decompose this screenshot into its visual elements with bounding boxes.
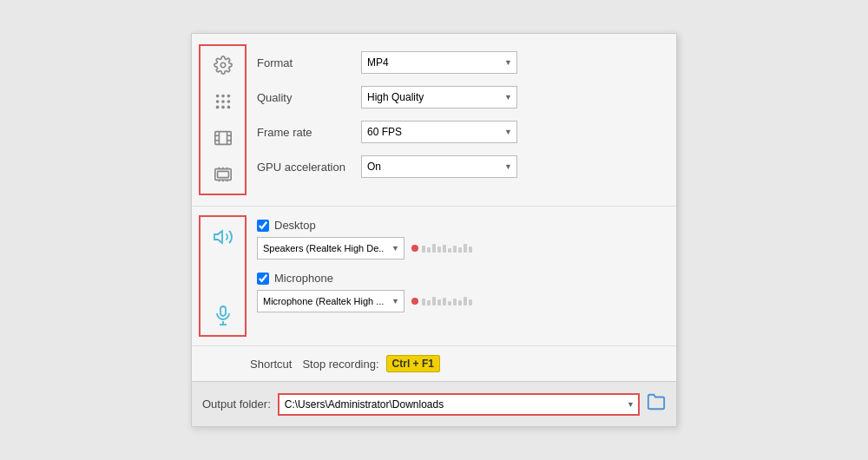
mic-bar-3: [432, 297, 436, 306]
vol-bar-5: [443, 245, 446, 253]
framerate-select[interactable]: 60 FPS: [361, 121, 517, 143]
quality-select[interactable]: High Quality: [361, 86, 517, 108]
format-select[interactable]: MP4: [361, 51, 517, 74]
microphone-device-wrapper: Microphone (Realtek High ...: [257, 290, 404, 312]
stop-recording-label: Stop recording:: [302, 358, 378, 371]
vol-bar-9: [464, 244, 467, 253]
mic-bar-1: [422, 299, 425, 306]
audio-icon-sidebar: [199, 215, 247, 337]
framerate-row: Frame rate 60 FPS: [257, 119, 666, 145]
video-icon-sidebar: [199, 44, 247, 195]
desktop-volume-indicator: [411, 244, 472, 253]
svg-point-0: [220, 62, 226, 68]
microphone-volume-indicator: [411, 297, 472, 306]
gpu-select[interactable]: On: [361, 155, 517, 178]
gpu-row: GPU acceleration On: [257, 154, 666, 180]
output-label: Output folder:: [202, 398, 271, 411]
svg-point-6: [227, 100, 230, 103]
gpu-icon: [209, 161, 237, 188]
desktop-controls: Speakers (Realtek High De...: [257, 237, 666, 260]
microphone-label: Microphone: [274, 272, 333, 285]
mic-bar-5: [443, 298, 446, 306]
mic-bar-10: [469, 299, 472, 306]
framerate-select-wrapper: 60 FPS: [361, 121, 517, 143]
format-label: Format: [257, 56, 361, 69]
video-settings-rows: Format MP4 Quality High Quality Frame: [247, 44, 676, 195]
shortcut-label: Shortcut: [250, 358, 292, 371]
framerate-icon: [209, 124, 237, 152]
svg-point-5: [221, 100, 225, 103]
mic-bar-2: [427, 300, 431, 306]
audio-settings-section: Desktop Speakers (Realtek High De...: [192, 207, 676, 346]
desktop-vol-dot: [411, 245, 418, 252]
format-row: Format MP4: [257, 49, 666, 76]
quality-select-wrapper: High Quality: [361, 86, 517, 108]
format-select-wrapper: MP4: [361, 51, 517, 74]
microphone-checkbox[interactable]: [257, 273, 269, 285]
gpu-select-wrapper: On: [361, 155, 517, 178]
shortcut-row: Shortcut Stop recording: Ctrl + F1: [192, 346, 676, 381]
vol-bar-7: [453, 246, 457, 253]
svg-rect-10: [214, 132, 230, 145]
desktop-audio-row: Desktop Speakers (Realtek High De...: [257, 219, 666, 260]
svg-point-9: [227, 106, 230, 109]
svg-point-4: [215, 100, 219, 103]
mic-bar-8: [458, 300, 462, 306]
svg-rect-26: [220, 306, 226, 316]
gpu-label: GPU acceleration: [257, 161, 361, 174]
mic-icon: [210, 302, 236, 328]
svg-point-3: [227, 95, 230, 98]
framerate-label: Frame rate: [257, 126, 361, 139]
microphone-audio-row: Microphone Microphone (Realtek High ...: [257, 272, 666, 312]
audio-controls-section: Desktop Speakers (Realtek High De...: [247, 215, 676, 337]
desktop-device-wrapper: Speakers (Realtek High De...: [257, 237, 404, 260]
desktop-device-select[interactable]: Speakers (Realtek High De...: [257, 237, 404, 260]
microphone-controls: Microphone (Realtek High ...: [257, 290, 666, 312]
vol-bar-4: [437, 246, 441, 253]
vol-bar-8: [458, 247, 462, 253]
vol-bar-1: [422, 246, 425, 253]
microphone-header: Microphone: [257, 272, 666, 285]
mic-bar-4: [437, 299, 441, 306]
settings-panel: Format MP4 Quality High Quality Frame: [191, 33, 677, 427]
quality-icon: [209, 88, 237, 115]
desktop-header: Desktop: [257, 219, 666, 232]
desktop-label: Desktop: [274, 219, 316, 232]
mic-bar-6: [448, 301, 451, 306]
vol-bar-2: [427, 247, 431, 253]
mic-bar-9: [464, 297, 467, 306]
vol-bar-10: [469, 246, 472, 253]
output-path-select[interactable]: C:\Users\Administrator\Downloads: [278, 393, 640, 416]
output-path-wrapper: C:\Users\Administrator\Downloads: [278, 393, 640, 416]
svg-point-1: [215, 95, 219, 98]
vol-bar-6: [448, 248, 451, 253]
svg-rect-18: [217, 171, 228, 177]
svg-point-8: [221, 106, 225, 109]
settings-icon: [209, 51, 237, 79]
shortcut-key-badge: Ctrl + F1: [386, 355, 440, 372]
svg-marker-25: [214, 231, 222, 243]
microphone-device-select[interactable]: Microphone (Realtek High ...: [257, 290, 404, 312]
svg-point-7: [215, 106, 219, 109]
vol-bar-3: [432, 244, 436, 253]
quality-row: Quality High Quality: [257, 84, 666, 110]
desktop-checkbox[interactable]: [257, 220, 269, 232]
mic-vol-dot: [411, 298, 418, 305]
mic-vol-bars: [422, 297, 472, 306]
browse-folder-icon[interactable]: [647, 392, 666, 416]
svg-point-2: [221, 95, 225, 98]
mic-bar-7: [453, 299, 457, 306]
quality-label: Quality: [257, 91, 361, 104]
speaker-icon: [210, 224, 236, 250]
desktop-vol-bars: [422, 244, 472, 253]
output-folder-section: Output folder: C:\Users\Administrator\Do…: [192, 381, 676, 426]
video-settings-section: Format MP4 Quality High Quality Frame: [192, 34, 676, 207]
